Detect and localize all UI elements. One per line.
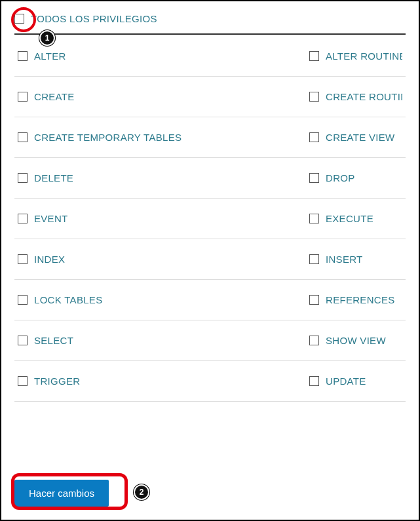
privilege-label: SELECT xyxy=(34,335,73,346)
privilege-cell: INDEX xyxy=(14,239,306,279)
privilege-cell: REFERENCES xyxy=(306,280,406,320)
privilege-checkbox[interactable] xyxy=(18,376,28,386)
privilege-row: CREATE TEMPORARY TABLES CREATE VIEW xyxy=(14,117,406,158)
privilege-cell: CREATE ROUTIN xyxy=(306,77,406,117)
privilege-label: TRIGGER xyxy=(34,376,80,387)
privilege-label: CREATE xyxy=(34,91,75,102)
privilege-label: EXECUTE xyxy=(326,213,373,224)
privilege-row: TRIGGER UPDATE xyxy=(14,361,406,402)
privilege-label: INSERT xyxy=(326,254,363,265)
privilege-label: ALTER ROUTINE xyxy=(326,50,402,62)
privilege-checkbox[interactable] xyxy=(18,92,28,102)
privilege-label: DELETE xyxy=(34,172,73,183)
privilege-cell: EXECUTE xyxy=(306,199,406,239)
privilege-checkbox[interactable] xyxy=(309,254,319,264)
privilege-checkbox[interactable] xyxy=(18,295,28,305)
privilege-checkbox[interactable] xyxy=(309,173,319,183)
privilege-label: REFERENCES xyxy=(326,294,395,305)
privilege-row: EVENT EXECUTE xyxy=(14,199,406,239)
all-privileges-checkbox[interactable] xyxy=(14,14,24,24)
privilege-checkbox[interactable] xyxy=(309,376,319,386)
privilege-row: ALTER ALTER ROUTINE xyxy=(14,36,406,77)
privilege-row: DELETE DROP xyxy=(14,158,406,199)
privilege-cell: SHOW VIEW xyxy=(306,320,406,360)
privilege-checkbox[interactable] xyxy=(309,295,319,305)
privilege-row: INDEX INSERT xyxy=(14,239,406,280)
privilege-checkbox[interactable] xyxy=(18,51,28,61)
privilege-cell: CREATE VIEW xyxy=(306,117,406,157)
privilege-row: CREATE CREATE ROUTIN xyxy=(14,77,406,117)
privilege-cell: CREATE xyxy=(14,77,306,117)
privilege-cell: ALTER xyxy=(14,36,306,76)
privilege-cell: ALTER ROUTINE xyxy=(306,36,406,76)
all-privileges-row: TODOS LOS PRIVILEGIOS xyxy=(14,13,406,35)
privilege-label: INDEX xyxy=(34,254,65,265)
privilege-row: SELECT SHOW VIEW xyxy=(14,320,406,361)
annotation-badge-2: 2 xyxy=(134,484,149,500)
all-privileges-label: TODOS LOS PRIVILEGIOS xyxy=(31,13,157,24)
privilege-checkbox[interactable] xyxy=(309,92,319,102)
privilege-checkbox[interactable] xyxy=(309,336,319,345)
privilege-label: ALTER xyxy=(34,50,66,62)
privilege-checkbox[interactable] xyxy=(18,254,28,264)
privilege-cell: INSERT xyxy=(306,239,406,279)
privilege-label: EVENT xyxy=(34,213,68,224)
privilege-checkbox[interactable] xyxy=(18,336,28,345)
privilege-cell: SELECT xyxy=(14,320,306,360)
privilege-label: CREATE VIEW xyxy=(326,132,395,143)
privilege-label: DROP xyxy=(326,172,355,183)
privilege-checkbox[interactable] xyxy=(309,51,319,61)
privilege-checkbox[interactable] xyxy=(18,214,28,223)
privilege-checkbox[interactable] xyxy=(309,214,319,223)
privilege-label: CREATE ROUTIN xyxy=(326,91,402,102)
privilege-cell: TRIGGER xyxy=(14,361,306,401)
privilege-checkbox[interactable] xyxy=(18,173,28,183)
privilege-cell: EVENT xyxy=(14,199,306,239)
submit-button[interactable]: Hacer cambios xyxy=(14,480,109,507)
privilege-checkbox[interactable] xyxy=(18,132,28,142)
privilege-cell: CREATE TEMPORARY TABLES xyxy=(14,117,306,157)
privilege-label: UPDATE xyxy=(326,376,366,387)
privilege-cell: DELETE xyxy=(14,158,306,198)
privilege-cell: LOCK TABLES xyxy=(14,280,306,320)
privilege-label: SHOW VIEW xyxy=(326,335,386,346)
privilege-label: LOCK TABLES xyxy=(34,294,102,305)
privileges-list: ALTER ALTER ROUTINE CREATE CREATE ROUTIN… xyxy=(14,36,406,402)
footer: Hacer cambios xyxy=(14,480,109,507)
privilege-cell: DROP xyxy=(306,158,406,198)
privilege-label: CREATE TEMPORARY TABLES xyxy=(34,132,181,143)
privilege-cell: UPDATE xyxy=(306,361,406,401)
privilege-checkbox[interactable] xyxy=(309,132,319,142)
privileges-panel: TODOS LOS PRIVILEGIOS ALTER ALTER ROUTIN… xyxy=(1,1,419,415)
privilege-row: LOCK TABLES REFERENCES xyxy=(14,280,406,320)
